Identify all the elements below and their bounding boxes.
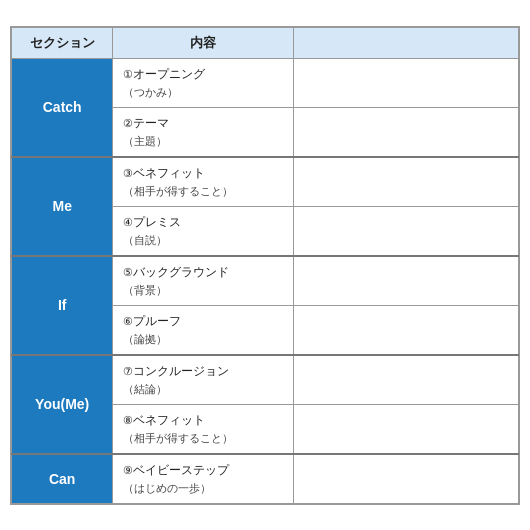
table-header-row: セクション 内容: [12, 27, 519, 58]
content-value-if-1: [293, 305, 518, 355]
content-value-me-0: [293, 157, 518, 207]
main-table-wrapper: セクション 内容 Catch①オープニング（つかみ）②テーマ（主題）Me③ベネフ…: [10, 26, 520, 505]
content-value-youme-0: [293, 355, 518, 405]
header-section: セクション: [12, 27, 113, 58]
content-value-youme-1: [293, 404, 518, 454]
content-label-can-0: ⑨ベイビーステップ（はじめの一歩）: [113, 454, 293, 504]
content-label-if-1: ⑥プルーフ（論拠）: [113, 305, 293, 355]
content-value-me-1: [293, 206, 518, 256]
content-value-can-0: [293, 454, 518, 504]
content-value-catch-0: [293, 58, 518, 107]
content-value-if-0: [293, 256, 518, 306]
content-label-catch-0: ①オープニング（つかみ）: [113, 58, 293, 107]
section-cell-catch: Catch: [12, 58, 113, 157]
table-row: You(Me)⑦コンクルージョン（結論）: [12, 355, 519, 405]
table-row: Me③ベネフィット（相手が得すること）: [12, 157, 519, 207]
table-row: Catch①オープニング（つかみ）: [12, 58, 519, 107]
content-label-youme-0: ⑦コンクルージョン（結論）: [113, 355, 293, 405]
table-row: If⑤バックグラウンド（背景）: [12, 256, 519, 306]
section-cell-me: Me: [12, 157, 113, 256]
table-row: Can⑨ベイビーステップ（はじめの一歩）: [12, 454, 519, 504]
content-label-youme-1: ⑧ベネフィット（相手が得すること）: [113, 404, 293, 454]
content-label-catch-1: ②テーマ（主題）: [113, 107, 293, 157]
content-label-me-0: ③ベネフィット（相手が得すること）: [113, 157, 293, 207]
section-cell-if: If: [12, 256, 113, 355]
section-cell-can: Can: [12, 454, 113, 504]
section-cell-youme: You(Me): [12, 355, 113, 454]
content-label-if-0: ⑤バックグラウンド（背景）: [113, 256, 293, 306]
header-content: 内容: [113, 27, 293, 58]
header-value: [293, 27, 518, 58]
content-value-catch-1: [293, 107, 518, 157]
content-label-me-1: ④プレミス（自説）: [113, 206, 293, 256]
